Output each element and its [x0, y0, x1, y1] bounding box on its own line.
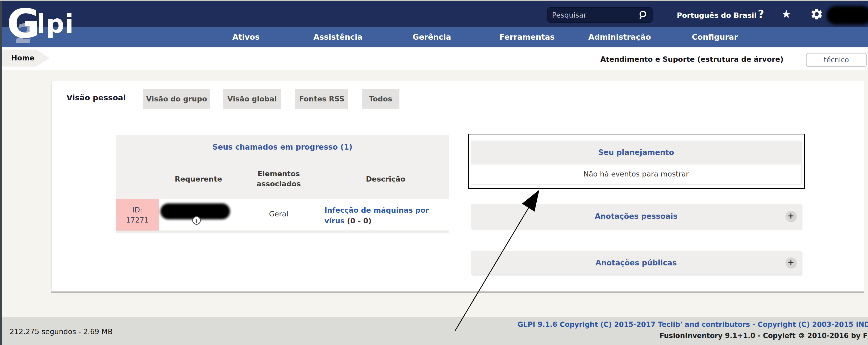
- planning-empty-message: Não há eventos para mostrar: [471, 165, 801, 184]
- profile-select[interactable]: técnico: [806, 53, 867, 67]
- add-personal-note-icon[interactable]: +: [785, 211, 796, 222]
- footer-performance-stats: 212.275 segundos - 2.69 MB: [9, 327, 113, 336]
- global-search[interactable]: [547, 7, 653, 23]
- help-icon[interactable]: ?: [758, 8, 764, 20]
- public-notes-panel[interactable]: Anotações públicas +: [471, 251, 801, 275]
- personal-notes-title[interactable]: Anotações pessoais: [471, 212, 801, 221]
- tickets-in-progress-title[interactable]: Seus chamados em progresso (1): [116, 135, 449, 159]
- ticket-id-label: ID:: [132, 206, 143, 214]
- search-input[interactable]: [552, 11, 638, 20]
- menu-assistencia[interactable]: Assistência: [313, 32, 363, 41]
- tab-visao-pessoal[interactable]: Visão pessoal: [66, 93, 126, 102]
- tab-visao-do-grupo[interactable]: Visão do grupo: [143, 89, 210, 109]
- info-icon[interactable]: i: [192, 216, 201, 225]
- glpi-logo[interactable]: 2 G lpi: [7, 4, 87, 47]
- language-selector[interactable]: Português do Brasil: [677, 11, 756, 20]
- fusion-copyleft-left: FusionInventory 9.1+1.0 - Copyleft: [659, 332, 796, 340]
- search-icon[interactable]: [638, 9, 648, 20]
- footer-glpi-copyright[interactable]: GLPI 9.1.6 Copyright (C) 2015-2017 Tecli…: [518, 320, 868, 328]
- glpi-logo-text: lpi: [37, 9, 74, 39]
- menu-ferramentas[interactable]: Ferramentas: [499, 32, 555, 41]
- bookmark-star-icon[interactable]: ★: [781, 7, 792, 21]
- menu-ativos[interactable]: Ativos: [232, 32, 259, 41]
- ticket-link-line2[interactable]: vírus: [324, 217, 344, 225]
- table-row: ID: 17271 i Geral Infecção de máquinas p…: [116, 199, 449, 231]
- column-elementos-associados: Elementos associados: [247, 169, 311, 189]
- ticket-link[interactable]: Infecção de máquinas por: [324, 206, 429, 214]
- active-entity-label: Atendimento e Suporte (estrutura de árvo…: [600, 55, 783, 63]
- glpi-dashboard: 2 G lpi Português do Brasil ? ★ Ativos A…: [0, 0, 868, 345]
- table-bottom-shadow: [116, 231, 449, 233]
- ticket-id-cell: ID: 17271: [116, 199, 159, 231]
- tab-visao-global[interactable]: Visão global: [223, 89, 281, 109]
- copyleft-icon: ©: [798, 332, 805, 340]
- tickets-table-header: Requerente Elementos associados Descriçã…: [116, 159, 449, 199]
- window-left-edge: [0, 0, 2, 345]
- ticket-followup-counts: (0 - 0): [347, 217, 372, 225]
- public-notes-title[interactable]: Anotações públicas: [471, 258, 801, 267]
- tab-fontes-rss[interactable]: Fontes RSS: [295, 89, 348, 109]
- ticket-id-value: 17271: [126, 216, 149, 224]
- menu-administracao[interactable]: Administração: [588, 32, 651, 41]
- menu-configurar[interactable]: Configurar: [692, 32, 738, 41]
- add-public-note-icon[interactable]: +: [785, 257, 796, 268]
- tab-todos[interactable]: Todos: [362, 89, 399, 109]
- fusion-copyleft-right: 2010-2016 by FusionIn: [807, 332, 868, 340]
- ticket-elements-value: Geral: [269, 210, 288, 218]
- glpi-logo-g: G: [7, 1, 40, 47]
- column-descricao: Descrição: [366, 174, 405, 184]
- personal-notes-panel[interactable]: Anotações pessoais +: [471, 204, 801, 229]
- column-requerente: Requerente: [175, 174, 222, 184]
- menu-gerencia[interactable]: Gerência: [413, 32, 451, 41]
- ticket-description: Infecção de máquinas por vírus (0 - 0): [324, 205, 444, 226]
- settings-gear-icon[interactable]: [810, 7, 823, 21]
- planning-panel: Seu planejamento Não há eventos para mos…: [471, 141, 801, 184]
- footer-fusion-copyright[interactable]: FusionInventory 9.1+1.0 - Copyleft © 201…: [659, 332, 868, 340]
- redacted-username[interactable]: [827, 6, 868, 25]
- planning-title[interactable]: Seu planejamento: [471, 141, 801, 165]
- window-top-edge: [0, 0, 868, 1]
